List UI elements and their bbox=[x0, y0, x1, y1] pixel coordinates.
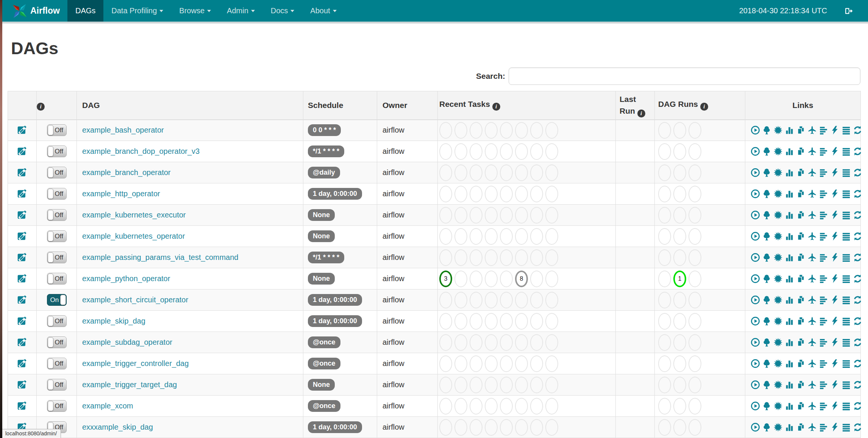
dag-name-link[interactable]: example_skip_dag bbox=[82, 317, 145, 325]
nav-item-docs[interactable]: Docs bbox=[263, 0, 303, 22]
trigger-dag-icon[interactable] bbox=[751, 253, 760, 262]
schedule-badge[interactable]: 1 day, 0:00:00 bbox=[308, 188, 362, 200]
trigger-dag-icon[interactable] bbox=[751, 359, 760, 368]
task-tries-icon[interactable] bbox=[796, 401, 806, 411]
graph-view-icon[interactable] bbox=[773, 210, 783, 220]
task-duration-icon[interactable] bbox=[785, 274, 794, 283]
gantt-icon[interactable] bbox=[819, 210, 828, 220]
graph-view-icon[interactable] bbox=[773, 147, 783, 156]
code-icon[interactable] bbox=[830, 338, 840, 347]
logs-icon[interactable] bbox=[841, 210, 851, 220]
task-tries-icon[interactable] bbox=[796, 189, 806, 199]
task-tries-icon[interactable] bbox=[796, 338, 806, 347]
graph-view-icon[interactable] bbox=[773, 253, 783, 262]
graph-view-icon[interactable] bbox=[773, 168, 783, 177]
logs-icon[interactable] bbox=[841, 147, 851, 156]
task-duration-icon[interactable] bbox=[785, 295, 794, 305]
landing-times-icon[interactable] bbox=[807, 316, 817, 326]
landing-times-icon[interactable] bbox=[807, 147, 817, 156]
gantt-icon[interactable] bbox=[819, 189, 828, 199]
edit-dag-icon[interactable] bbox=[17, 145, 27, 156]
dag-name-link[interactable]: example_kubernetes_operator bbox=[82, 232, 185, 240]
gantt-icon[interactable] bbox=[819, 401, 828, 411]
dag-pause-toggle[interactable]: Off bbox=[47, 167, 67, 178]
logs-icon[interactable] bbox=[841, 338, 851, 347]
code-icon[interactable] bbox=[830, 147, 840, 156]
edit-dag-icon[interactable] bbox=[17, 230, 27, 241]
tree-view-icon[interactable] bbox=[762, 253, 771, 262]
graph-view-icon[interactable] bbox=[773, 359, 783, 368]
edit-dag-icon[interactable] bbox=[17, 209, 27, 219]
graph-view-icon[interactable] bbox=[773, 274, 783, 283]
schedule-badge[interactable]: */1 * * * * bbox=[308, 252, 344, 263]
dag-name-link[interactable]: example_kubernetes_executor bbox=[82, 211, 186, 219]
search-input[interactable] bbox=[509, 67, 860, 85]
landing-times-icon[interactable] bbox=[807, 359, 817, 368]
dag-pause-toggle[interactable]: Off bbox=[47, 188, 67, 200]
graph-view-icon[interactable] bbox=[773, 189, 783, 199]
code-icon[interactable] bbox=[830, 316, 840, 326]
logs-icon[interactable] bbox=[841, 189, 851, 199]
gantt-icon[interactable] bbox=[819, 232, 828, 241]
landing-times-icon[interactable] bbox=[807, 401, 817, 411]
tree-view-icon[interactable] bbox=[762, 189, 771, 199]
dag-name-link[interactable]: example_xcom bbox=[82, 402, 133, 410]
task-duration-icon[interactable] bbox=[785, 401, 794, 411]
graph-view-icon[interactable] bbox=[773, 295, 783, 305]
gantt-icon[interactable] bbox=[819, 338, 828, 347]
dag-pause-toggle[interactable]: Off bbox=[47, 230, 67, 242]
refresh-icon[interactable] bbox=[853, 338, 862, 347]
dag-name-link[interactable]: example_http_operator bbox=[82, 189, 160, 198]
gantt-icon[interactable] bbox=[819, 125, 828, 135]
dag-pause-toggle[interactable]: Off bbox=[47, 358, 67, 369]
dag-name-link[interactable]: example_bash_operator bbox=[82, 126, 164, 134]
gantt-icon[interactable] bbox=[819, 147, 828, 156]
schedule-badge[interactable]: None bbox=[308, 230, 335, 242]
task-tries-icon[interactable] bbox=[796, 380, 806, 390]
refresh-icon[interactable] bbox=[853, 232, 862, 241]
landing-times-icon[interactable] bbox=[807, 274, 817, 283]
dag-name-link[interactable]: example_branch_dop_operator_v3 bbox=[82, 147, 200, 155]
refresh-icon[interactable] bbox=[853, 422, 862, 432]
tree-view-icon[interactable] bbox=[762, 401, 771, 411]
landing-times-icon[interactable] bbox=[807, 338, 817, 347]
landing-times-icon[interactable] bbox=[807, 253, 817, 262]
logs-icon[interactable] bbox=[841, 359, 851, 368]
code-icon[interactable] bbox=[830, 401, 840, 411]
edit-dag-icon[interactable] bbox=[17, 273, 27, 283]
trigger-dag-icon[interactable] bbox=[751, 125, 760, 135]
landing-times-icon[interactable] bbox=[807, 422, 817, 432]
dag-name-link[interactable]: example_short_circuit_operator bbox=[82, 296, 188, 304]
code-icon[interactable] bbox=[830, 274, 840, 283]
tree-view-icon[interactable] bbox=[762, 125, 771, 135]
schedule-badge[interactable]: 1 day, 0:00:00 bbox=[308, 294, 362, 306]
task-tries-icon[interactable] bbox=[796, 147, 806, 156]
gantt-icon[interactable] bbox=[819, 422, 828, 432]
dag-pause-toggle[interactable]: Off bbox=[47, 145, 67, 157]
graph-view-icon[interactable] bbox=[773, 338, 783, 347]
code-icon[interactable] bbox=[830, 210, 840, 220]
dag-name-link[interactable]: example_python_operator bbox=[82, 274, 170, 283]
task-duration-icon[interactable] bbox=[785, 316, 794, 326]
refresh-icon[interactable] bbox=[853, 147, 862, 156]
trigger-dag-icon[interactable] bbox=[751, 316, 760, 326]
task-duration-icon[interactable] bbox=[785, 168, 794, 177]
dag-pause-toggle[interactable]: Off bbox=[47, 124, 67, 136]
dag-pause-toggle[interactable]: Off bbox=[47, 379, 67, 391]
schedule-badge[interactable]: None bbox=[308, 273, 335, 285]
logs-icon[interactable] bbox=[841, 168, 851, 177]
trigger-dag-icon[interactable] bbox=[751, 274, 760, 283]
code-icon[interactable] bbox=[830, 189, 840, 199]
task-state-circle[interactable]: 3 bbox=[439, 271, 452, 287]
tree-view-icon[interactable] bbox=[762, 168, 771, 177]
schedule-badge[interactable]: 1 day, 0:00:00 bbox=[308, 315, 362, 327]
edit-dag-icon[interactable] bbox=[17, 379, 27, 389]
gantt-icon[interactable] bbox=[819, 359, 828, 368]
logs-icon[interactable] bbox=[841, 125, 851, 135]
task-tries-icon[interactable] bbox=[796, 359, 806, 368]
logs-icon[interactable] bbox=[841, 380, 851, 390]
dag-name-link[interactable]: example_passing_params_via_test_command bbox=[82, 253, 238, 261]
nav-item-dags[interactable]: DAGs bbox=[67, 0, 103, 22]
logs-icon[interactable] bbox=[841, 274, 851, 283]
dag-name-link[interactable]: example_subdag_operator bbox=[82, 338, 172, 346]
